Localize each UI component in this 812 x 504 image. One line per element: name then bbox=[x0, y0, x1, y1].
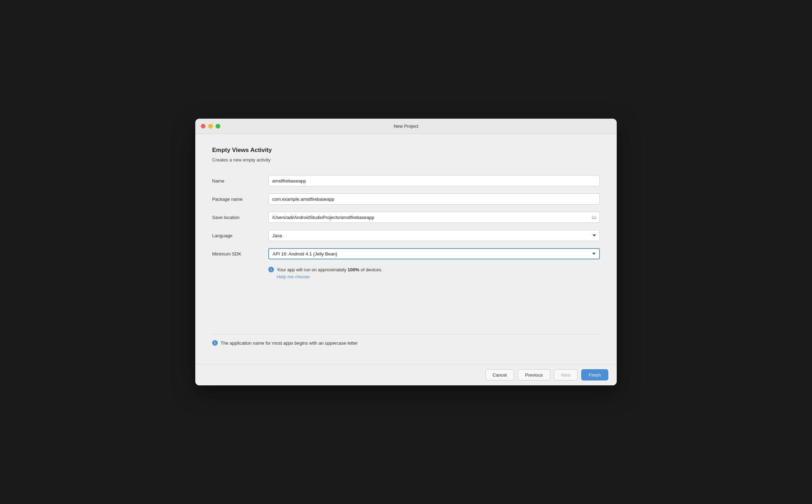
device-info-content: Your app will run on approximately 100% … bbox=[277, 266, 382, 279]
language-label: Language bbox=[212, 233, 268, 238]
form-section: Empty Views Activity Creates a new empty… bbox=[212, 147, 600, 334]
next-button[interactable]: Next bbox=[554, 369, 578, 380]
device-percent: 100% bbox=[348, 267, 359, 272]
sdk-label: Minimum SDK bbox=[212, 251, 268, 257]
maximize-button[interactable] bbox=[216, 124, 220, 128]
finish-button[interactable]: Finish bbox=[581, 369, 608, 380]
sdk-row: Minimum SDK API 16: Android 4.1 (Jelly B… bbox=[212, 248, 600, 259]
name-input[interactable] bbox=[268, 175, 600, 186]
cancel-button[interactable]: Cancel bbox=[485, 369, 514, 380]
name-label: Name bbox=[212, 178, 268, 184]
close-button[interactable] bbox=[201, 124, 205, 128]
activity-description: Creates a new empty activity bbox=[212, 157, 600, 163]
bottom-info-bar: i The application name for most apps beg… bbox=[212, 334, 600, 351]
name-row: Name bbox=[212, 175, 600, 186]
save-location-label: Save location bbox=[212, 215, 268, 220]
dialog-content: Empty Views Activity Creates a new empty… bbox=[195, 134, 617, 364]
package-row: Package name bbox=[212, 193, 600, 205]
sdk-select[interactable]: API 16: Android 4.1 (Jelly Bean) API 17:… bbox=[268, 248, 600, 259]
new-project-window: New Project Empty Views Activity Creates… bbox=[195, 119, 617, 385]
activity-title: Empty Views Activity bbox=[212, 147, 600, 154]
language-row: Language Java Kotlin bbox=[212, 230, 600, 241]
folder-icon: 🗂 bbox=[591, 214, 596, 220]
bottom-info-text: The application name for most apps begin… bbox=[221, 340, 358, 346]
language-select[interactable]: Java Kotlin bbox=[268, 230, 600, 241]
traffic-lights bbox=[201, 124, 220, 128]
title-bar: New Project bbox=[195, 119, 617, 134]
bottom-info-icon: i bbox=[212, 340, 218, 346]
help-me-choose-link[interactable]: Help me choose bbox=[277, 274, 382, 279]
window-title: New Project bbox=[394, 124, 418, 129]
package-label: Package name bbox=[212, 197, 268, 202]
previous-button[interactable]: Previous bbox=[518, 369, 550, 380]
save-location-input-wrapper: 🗂 bbox=[268, 212, 600, 223]
info-icon: i bbox=[268, 267, 274, 272]
package-input[interactable] bbox=[268, 193, 600, 205]
dialog-footer: Cancel Previous Next Finish bbox=[195, 364, 617, 385]
device-info-box: i Your app will run on approximately 100… bbox=[268, 266, 600, 279]
save-location-input[interactable] bbox=[268, 212, 600, 223]
minimize-button[interactable] bbox=[208, 124, 213, 128]
device-info-text: Your app will run on approximately 100% … bbox=[277, 267, 382, 272]
save-location-row: Save location 🗂 bbox=[212, 212, 600, 223]
